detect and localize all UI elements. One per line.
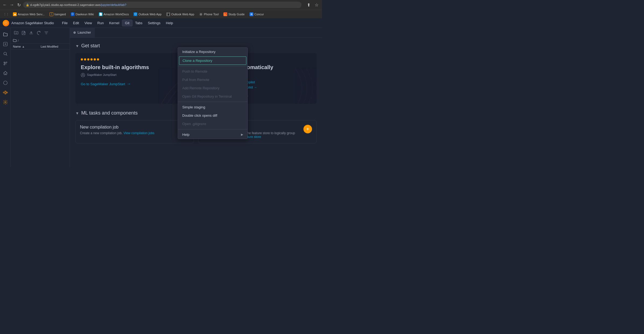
url-bar[interactable]: 🔒 d-xgdb7g1yiai1.studio.ap-northeast-2.s… — [23, 2, 302, 8]
browser-action-icons: ⬆ ☆ — [305, 2, 320, 8]
launcher-tab-icon: ⊕ — [73, 31, 76, 34]
app-logo-icon: ⬡ — [3, 20, 9, 26]
bookmark-wiki-label: Daekeun Wiki — [76, 13, 94, 16]
autopilot-bg-deco — [268, 68, 317, 104]
sidebar-icon-folder[interactable] — [1, 30, 10, 39]
upload-button[interactable] — [28, 30, 34, 36]
git-menu-double-click[interactable]: Double click opens diff — [178, 111, 247, 120]
app-menubar: ⬡ Amazon SageMaker Studio File Edit View… — [0, 18, 322, 28]
git-menu-initialize[interactable]: Initialize a Repository — [178, 48, 247, 56]
dot-1 — [81, 58, 83, 61]
jumpstart-cta-text: Go to SageMaker JumpStart — [81, 82, 125, 86]
reload-button[interactable]: ↻ — [16, 2, 22, 8]
sidebar-icon-home[interactable] — [1, 69, 10, 77]
menu-settings[interactable]: Settings — [145, 20, 163, 26]
sidebar-icons — [0, 28, 11, 167]
menu-kernel[interactable]: Kernel — [106, 20, 122, 26]
svg-point-4 — [4, 64, 5, 65]
git-menu-clone[interactable]: Clone a Repository — [179, 56, 246, 65]
bookmark-button[interactable]: ☆ — [313, 2, 320, 8]
column-last-modified: Last Modified — [41, 45, 68, 48]
menu-edit[interactable]: Edit — [70, 20, 82, 26]
ticketing-favicon: 🎁 — [223, 12, 227, 16]
bookmark-isengard[interactable]: I Isengard — [47, 12, 68, 17]
sidebar-icon-settings[interactable] — [1, 98, 10, 106]
bookmark-wiki[interactable]: D Daekeun Wiki — [69, 12, 96, 17]
apps-favicon: ⋮⋮ — [4, 12, 8, 16]
refresh-button[interactable] — [36, 30, 42, 36]
sidebar-icon-new[interactable] — [1, 40, 10, 48]
sidebar-icon-search[interactable] — [1, 49, 10, 58]
git-menu-divider-3 — [178, 129, 247, 129]
bookmark-study[interactable]: ◎ Phone Tool — [197, 12, 221, 17]
svg-point-5 — [4, 81, 7, 85]
bookmark-aws[interactable]: ☁ Amazon Web Serv... — [11, 12, 47, 17]
compilation-card: New compilation job Create a new compila… — [75, 120, 194, 143]
bookmark-workdocs-label: Amazon WorkDocs — [104, 13, 129, 16]
study-favicon: ◎ — [199, 12, 203, 16]
menu-help[interactable]: Help — [163, 20, 176, 26]
bookmark-concur[interactable]: ⊕ Concur — [247, 12, 266, 17]
git-menu-divider-2 — [178, 102, 247, 102]
filter-button[interactable] — [43, 30, 50, 36]
lock-icon: 🔒 — [26, 3, 29, 6]
svg-rect-9 — [6, 92, 8, 93]
bookmark-study-label: Phone Tool — [204, 13, 219, 16]
folder-icon — [13, 39, 17, 42]
outlook-favicon: O — [134, 12, 137, 16]
bookmark-apps[interactable]: ⋮⋮ — [2, 12, 10, 17]
menu-git[interactable]: Git — [122, 20, 132, 26]
bookmark-outlook[interactable]: O Outlook Web App — [131, 12, 163, 17]
file-panel: / Name ▲ Last Modified — [11, 28, 70, 167]
bookmark-phone[interactable]: 📱 Outlook Web App — [164, 12, 196, 17]
column-name[interactable]: Name ▲ — [13, 45, 41, 48]
menu-file[interactable]: File — [59, 20, 70, 26]
wiki-favicon: D — [71, 12, 75, 16]
menu-run[interactable]: Run — [95, 20, 107, 26]
new-folder-button[interactable] — [13, 30, 19, 36]
tab-bar: ⊕ Launcher — [70, 28, 322, 38]
git-menu-add-remote: Add Remote Repository — [178, 84, 247, 92]
launcher-tab-label: Launcher — [78, 31, 91, 34]
ml-tasks-chevron[interactable]: ▼ — [75, 111, 79, 115]
forward-button[interactable]: → — [9, 2, 15, 8]
git-menu-open-terminal: Open Git Repository in Terminal — [178, 92, 247, 101]
bookmark-aws-label: Amazon Web Serv... — [18, 13, 45, 16]
bookmark-ticketing[interactable]: 🎁 Study Guide — [221, 12, 247, 17]
sidebar-icon-git[interactable] — [1, 59, 10, 68]
git-menu-gitignore: Open .gitignore — [178, 120, 247, 128]
bookmark-concur-label: Concur — [254, 13, 264, 16]
get-started-chevron[interactable]: ▼ — [75, 44, 79, 48]
svg-rect-6 — [3, 92, 4, 93]
sidebar-icon-circle[interactable] — [1, 79, 10, 87]
git-dropdown-menu: Initialize a Repository Clone a Reposito… — [178, 47, 248, 139]
share-button[interactable]: ⬆ — [305, 2, 312, 8]
bookmark-workdocs[interactable]: 📄 Amazon WorkDocs — [97, 12, 131, 17]
jumpstart-card[interactable]: Explore built-in algorithms SageMaker Ju… — [75, 53, 194, 104]
back-button[interactable]: ← — [2, 2, 8, 8]
svg-point-12 — [82, 74, 83, 75]
help-submenu-arrow: ▶ — [241, 133, 243, 136]
compilation-content: New compilation job Create a new compila… — [80, 125, 177, 135]
git-menu-help[interactable]: Help ▶ — [178, 130, 247, 139]
dot-4 — [90, 58, 93, 61]
feature-group-add-button[interactable]: + — [303, 125, 312, 133]
bookmark-isengard-label: Isengard — [54, 13, 66, 16]
menu-view[interactable]: View — [82, 20, 95, 26]
new-file-button[interactable] — [20, 30, 27, 36]
svg-point-2 — [4, 62, 5, 63]
view-compilation-link[interactable]: View compilation jobs — [123, 131, 154, 135]
tab-launcher[interactable]: ⊕ Launcher — [70, 28, 94, 37]
sort-arrow-icon: ▲ — [22, 45, 25, 48]
workdocs-favicon: 📄 — [99, 12, 103, 16]
sidebar-icon-pipeline[interactable] — [1, 88, 10, 97]
file-panel-toolbar — [11, 28, 70, 38]
browser-chrome: ← → ↻ 🔒 d-xgdb7g1yiai1.studio.ap-northea… — [0, 0, 322, 10]
compilation-desc: Create a new compilation job. View compi… — [80, 131, 177, 135]
menu-tabs[interactable]: Tabs — [132, 20, 145, 26]
breadcrumb-root: / — [18, 39, 19, 42]
file-list-header: Name ▲ Last Modified — [11, 44, 70, 49]
git-menu-simple-staging[interactable]: Simple staging — [178, 103, 247, 111]
bookmarks-bar: ⋮⋮ ☁ Amazon Web Serv... I Isengard D Dae… — [0, 10, 322, 18]
get-started-title: Get start — [81, 43, 100, 49]
